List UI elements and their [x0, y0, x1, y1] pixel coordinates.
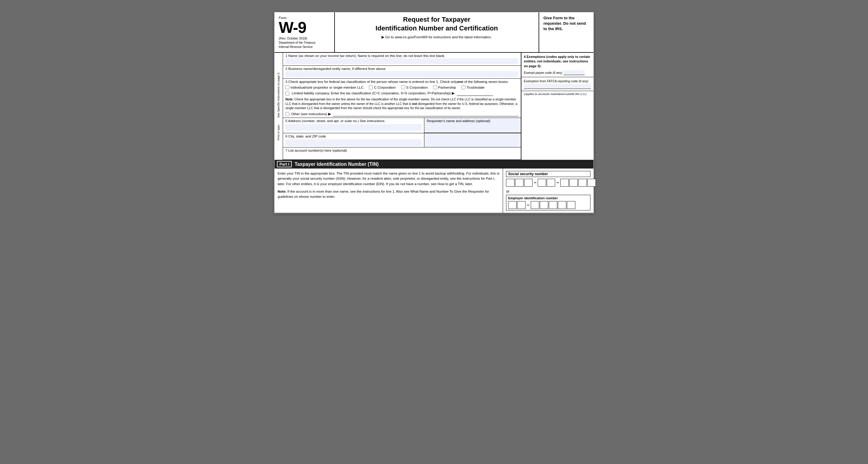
note-not: not — [412, 102, 417, 105]
applies-note: (Applies to accounts maintained outside … — [521, 91, 593, 97]
other-input[interactable] — [333, 112, 518, 116]
field1-row: 1 Name (as shown on your income tax retu… — [283, 53, 521, 66]
ssn-row: – – — [506, 179, 590, 187]
part1-header: Part I Taxpayer Identification Number (T… — [275, 160, 593, 168]
form-goto: ▶ Go to www.irs.gov/FormW9 for instructi… — [341, 35, 532, 39]
cb1-checkbox[interactable] — [285, 85, 289, 89]
ein-cell-2[interactable] — [517, 201, 526, 209]
fatca-input[interactable] — [524, 84, 591, 89]
ein-row: – — [508, 201, 588, 209]
exemptions-box: 4 Exemptions (codes apply only to certai… — [521, 53, 593, 77]
part1-note: Note: If the account is in more than one… — [278, 189, 500, 199]
ssn-section-title: Social security number — [506, 171, 590, 177]
exemptions-title: 4 Exemptions (codes apply only to certai… — [524, 55, 591, 68]
field5-row: 5 Address (number, street, and apt. or s… — [283, 118, 521, 133]
header-left: Form W-9 (Rev. October 2018) Department … — [275, 12, 335, 52]
ssn-cell-6[interactable] — [560, 179, 569, 187]
field7-label: 7 List account number(s) here (optional) — [285, 149, 347, 152]
checkbox-row: Individual/sole proprietor or single-mem… — [285, 85, 518, 89]
ein-label: Employer identification number — [508, 196, 588, 200]
cb3-label: S Corporation — [406, 86, 428, 89]
ein-cell-6[interactable] — [558, 201, 566, 209]
ssn-cell-5[interactable] — [547, 179, 555, 187]
form-dept: Department of the Treasury Internal Reve… — [279, 41, 330, 49]
field7-input[interactable] — [285, 152, 518, 158]
field5-left: 5 Address (number, street, and apt. or s… — [283, 118, 424, 133]
ein-sep: – — [527, 202, 530, 208]
llc-row: Limited liability company. Enter the tax… — [285, 91, 518, 96]
ssn-cell-4[interactable] — [538, 179, 546, 187]
ein-cell-3[interactable] — [531, 201, 539, 209]
ein-cell-4[interactable] — [540, 201, 548, 209]
cb4-checkbox[interactable] — [433, 85, 437, 89]
field2-label: 2 Business name/disregarded entity name,… — [285, 67, 518, 70]
ssn-cell-2[interactable] — [515, 179, 524, 187]
cb4-item[interactable]: Partnership — [433, 85, 456, 89]
field3-row: 3 Check appropriate box for federal tax … — [283, 79, 521, 118]
ein-cell-5[interactable] — [549, 201, 557, 209]
part1-label: Part I — [277, 161, 292, 167]
field6-input[interactable] — [285, 139, 422, 146]
fatca-box: Exemption from FATCA reporting code (if … — [521, 77, 593, 91]
form-rev: (Rev. October 2018) — [279, 36, 330, 40]
tin-box: Social security number – – — [503, 168, 593, 213]
note-prefix: Note: — [285, 97, 293, 101]
ein-cell-1[interactable] — [508, 201, 517, 209]
part1-text: Enter your TIN in the appropriate box. T… — [275, 168, 503, 213]
ssn-part2 — [538, 179, 555, 187]
ein-cell-7[interactable] — [567, 201, 575, 209]
cb5-label: Trust/estate — [467, 86, 485, 89]
ssn-part3 — [560, 179, 596, 187]
llc-label: Limited liability company. Enter the tax… — [292, 91, 455, 95]
ein-section: Employer identification number – — [506, 195, 590, 211]
form-number: W-9 — [279, 20, 330, 35]
llc-checkbox[interactable] — [285, 92, 289, 96]
cb4-label: Partnership — [438, 86, 456, 89]
other-checkbox[interactable] — [285, 112, 289, 116]
field5-label: 5 Address (number, street, and apt. or s… — [285, 119, 422, 123]
llc-classification-input[interactable] — [457, 91, 493, 96]
ssn-part1 — [506, 179, 532, 187]
ssn-cell-8[interactable] — [578, 179, 587, 187]
field6-left: 6 City, state, and ZIP code — [283, 133, 424, 147]
ssn-sep-2: – — [556, 180, 559, 185]
field7-row: 7 List account number(s) here (optional) — [283, 148, 521, 160]
ssn-sep-1: – — [534, 180, 536, 185]
ssn-cell-3[interactable] — [524, 179, 532, 187]
note-text: Note: Check the appropriate box in the l… — [285, 97, 518, 110]
field2-input[interactable] — [285, 71, 518, 77]
w9-form: Form W-9 (Rev. October 2018) Department … — [274, 12, 594, 213]
main-content: 1 Name (as shown on your income tax retu… — [283, 53, 521, 160]
cb3-item[interactable]: S Corporation — [401, 85, 428, 89]
ssn-cell-1[interactable] — [506, 179, 515, 187]
field1-label: 1 Name (as shown on your income tax retu… — [285, 54, 518, 58]
cb5-checkbox[interactable] — [461, 85, 465, 89]
part1-body-text: Enter your TIN in the appropriate box. T… — [278, 171, 500, 187]
ssn-cell-7[interactable] — [569, 179, 578, 187]
ssn-cell-9[interactable] — [587, 179, 596, 187]
cb2-item[interactable]: C Corporation — [369, 85, 396, 89]
ein-cells-right — [531, 201, 575, 209]
header-right: Give Form to the requester. Do not send … — [539, 12, 593, 52]
part1-title: Taxpayer Identification Number (TIN) — [295, 162, 379, 167]
ein-cells-left — [508, 201, 526, 209]
form-header: Form W-9 (Rev. October 2018) Department … — [275, 12, 593, 53]
field6-label: 6 City, state, and ZIP code — [285, 134, 422, 138]
field5-input[interactable] — [285, 124, 422, 130]
cb5-item[interactable]: Trust/estate — [461, 85, 485, 89]
other-row: Other (see instructions) ▶ — [285, 112, 518, 116]
exempt-payee-field: Exempt payee code (if any) — [524, 70, 591, 75]
fatca-label: Exemption from FATCA reporting code (if … — [524, 79, 588, 83]
exempt-payee-input[interactable] — [564, 70, 585, 75]
field3-label: 3 Check appropriate box for federal tax … — [285, 80, 518, 84]
or-text: or — [506, 189, 590, 193]
right-col: 4 Exemptions (codes apply only to certai… — [521, 53, 593, 160]
form-body: Print or type. See Specific Instructions… — [275, 53, 593, 160]
cb3-checkbox[interactable] — [401, 85, 405, 89]
cb2-checkbox[interactable] — [369, 85, 373, 89]
requester-label: Requester's name and address (optional) — [427, 119, 518, 123]
field1-input[interactable] — [285, 58, 518, 64]
cb1-item[interactable]: Individual/sole proprietor or single-mem… — [285, 85, 364, 89]
cb1-label: Individual/sole proprietor or single-mem… — [290, 86, 364, 89]
part1-body: Enter your TIN in the appropriate box. T… — [275, 168, 593, 213]
